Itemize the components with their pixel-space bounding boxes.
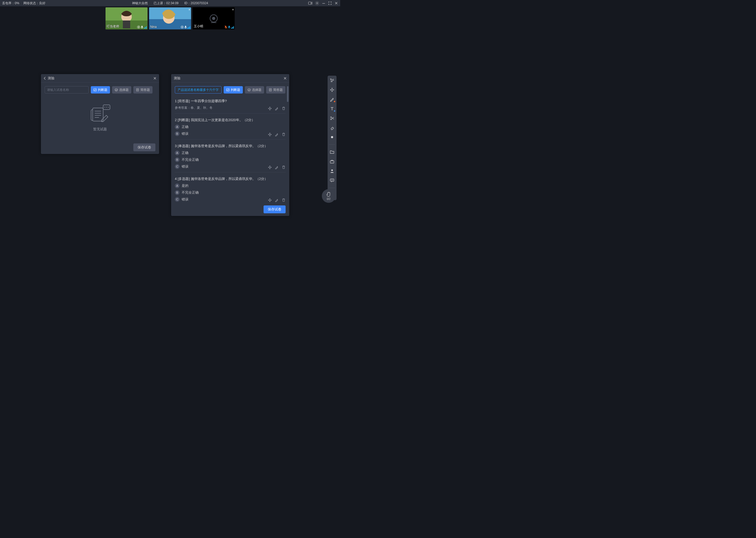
option-text: 正确: [182, 150, 188, 155]
svg-point-40: [248, 88, 251, 91]
svg-point-25: [331, 169, 333, 171]
question-title: 3 [单选题] 施华洛世奇是反华品牌，所以梁鼎琪反华。（2分）: [175, 144, 286, 148]
text-tool[interactable]: [329, 106, 335, 111]
option-badge: A: [175, 183, 179, 188]
judge-question-button[interactable]: 判断题: [224, 86, 243, 93]
question-title: 1 [简答题] 一年四季分别是哪四季?: [175, 99, 286, 103]
option-badge: B: [175, 190, 179, 195]
save-quiz-button[interactable]: 保存试卷: [133, 143, 155, 151]
option-text: 不完全正确: [182, 157, 199, 162]
svg-point-32: [115, 88, 118, 91]
edit-icon[interactable]: [275, 133, 279, 136]
choice-question-button[interactable]: 选择题: [112, 86, 131, 93]
svg-point-22: [330, 119, 332, 120]
question-list: 1 [简答题] 一年四季分别是哪四季?参考答案：春、夏、秋、冬2 [判断题] 我…: [175, 97, 286, 203]
video-name: Nina: [150, 25, 157, 28]
question-block: 3 [单选题] 施华洛世奇是反华品牌，所以梁鼎琪反华。（2分）A正确B不完全正确…: [175, 142, 286, 172]
close-icon[interactable]: [153, 77, 157, 80]
signal-icon: [144, 26, 147, 28]
option-text: 不完全正确: [182, 190, 199, 195]
settings-button[interactable]: [315, 1, 319, 5]
quiz-name-input[interactable]: [45, 86, 89, 93]
raise-hand-button[interactable]: 0/2: [322, 189, 336, 203]
quiz-panel-filled: 测验 产品说试卷名称最多十六个字 判断题 选择题 简答题 1 [简答题] 一年四…: [171, 74, 289, 216]
move-tool[interactable]: [329, 87, 335, 92]
back-button[interactable]: [44, 77, 46, 80]
elapsed-value: 02:34:09: [166, 1, 178, 5]
quiz-panel-empty: 测验 判断题 选择题 简答题 暂无试题 保存试卷: [41, 74, 159, 154]
delete-icon[interactable]: [281, 133, 286, 136]
close-window-button[interactable]: [334, 1, 338, 5]
move-icon[interactable]: [268, 198, 272, 202]
move-icon[interactable]: [268, 133, 272, 136]
svg-rect-5: [123, 21, 130, 28]
camera-toggle-button[interactable]: [308, 1, 312, 5]
tile-close-icon[interactable]: ×: [232, 8, 234, 12]
question-block: 1 [简答题] 一年四季分别是哪四季?参考答案：春、夏、秋、冬: [175, 97, 286, 114]
signal-icon: [187, 26, 190, 28]
close-icon[interactable]: [283, 77, 287, 80]
eraser-tool[interactable]: [329, 125, 335, 130]
option-badge: B: [175, 131, 179, 136]
option-row[interactable]: B不完全正确: [175, 190, 286, 195]
option-badge: A: [175, 125, 179, 129]
mic-icon: [141, 26, 143, 28]
tile-close-icon[interactable]: ×: [188, 8, 190, 12]
svg-point-20: [330, 81, 331, 82]
video-strip: 叮当老师 × Nina × 王小明: [0, 6, 340, 30]
judge-question-button[interactable]: 判断题: [91, 86, 110, 93]
move-icon[interactable]: [268, 106, 272, 111]
hand-icon: [326, 191, 331, 197]
svg-point-16: [212, 17, 215, 20]
option-row[interactable]: A是的: [175, 183, 286, 188]
pen-tool[interactable]: [329, 97, 335, 102]
question-title: 4 [多选题] 施华洛世奇是反华品牌，所以梁鼎琪反华。（2分）: [175, 177, 286, 181]
right-toolbar: [328, 76, 337, 200]
mic-icon: [228, 26, 230, 28]
move-icon[interactable]: [268, 165, 272, 169]
quiz-title-chip[interactable]: 产品说试卷名称最多十六个字: [175, 86, 221, 93]
session-id-label: ID：: [184, 1, 191, 5]
svg-point-1: [316, 3, 318, 4]
minimize-button[interactable]: [322, 1, 325, 5]
save-quiz-button[interactable]: 保存试卷: [263, 205, 286, 213]
svg-point-13: [182, 27, 183, 27]
short-answer-button[interactable]: 简答题: [133, 86, 153, 93]
short-answer-button[interactable]: 简答题: [266, 86, 285, 93]
edit-icon[interactable]: [275, 198, 279, 202]
scrollbar[interactable]: [287, 86, 289, 204]
medal-icon: [181, 26, 184, 28]
delete-icon[interactable]: [281, 165, 286, 169]
option-text: 错误: [182, 164, 188, 169]
video-tile-student[interactable]: × 王小明: [193, 7, 235, 29]
question-block: 4 [多选题] 施华洛世奇是反华品牌，所以梁鼎琪反华。（2分）A是的B不完全正确…: [175, 175, 286, 203]
svg-rect-34: [93, 108, 103, 121]
folder-tool[interactable]: [329, 149, 335, 155]
pointer-tool[interactable]: [329, 78, 335, 83]
chat-tool[interactable]: [329, 178, 335, 183]
video-name: 王小明: [194, 24, 203, 28]
option-row[interactable]: A正确: [175, 125, 286, 129]
edit-icon[interactable]: [275, 106, 279, 111]
option-badge: A: [175, 150, 179, 155]
color-tool[interactable]: [329, 134, 335, 140]
scissors-tool[interactable]: [329, 116, 335, 121]
svg-rect-24: [330, 161, 334, 163]
edit-icon[interactable]: [275, 165, 279, 169]
option-row[interactable]: A正确: [175, 150, 286, 155]
choice-question-button[interactable]: 选择题: [245, 86, 264, 93]
user-tool[interactable]: [329, 168, 335, 174]
option-text: 错误: [182, 131, 188, 136]
option-row[interactable]: B不完全正确: [175, 157, 286, 162]
video-tile-student[interactable]: × Nina: [149, 7, 191, 29]
svg-point-19: [333, 79, 334, 79]
toolbox-tool[interactable]: [329, 159, 335, 164]
svg-point-37: [106, 107, 107, 108]
delete-icon[interactable]: [281, 106, 286, 111]
fullscreen-button[interactable]: [328, 1, 332, 5]
video-tile-teacher[interactable]: 叮当老师: [106, 7, 148, 29]
medal-icon: [137, 26, 140, 28]
delete-icon[interactable]: [281, 198, 286, 202]
hand-count: 0/2: [327, 197, 330, 200]
svg-point-23: [331, 136, 333, 138]
